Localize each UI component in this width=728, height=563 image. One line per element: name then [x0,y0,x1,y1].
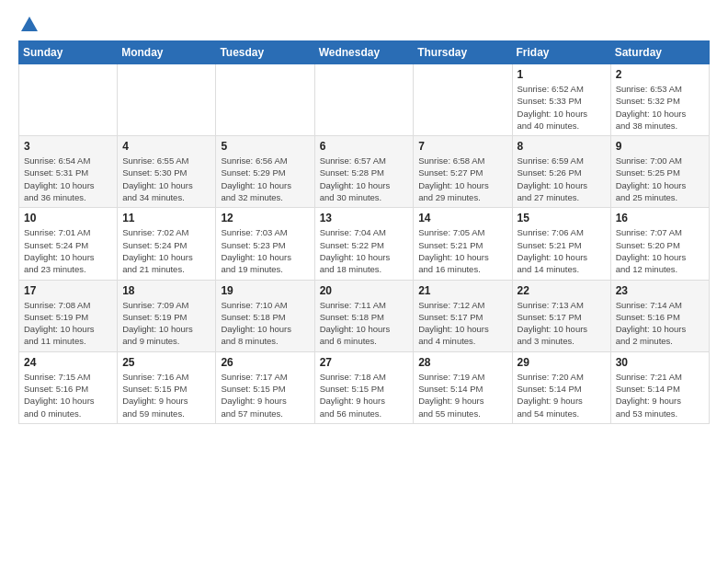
day-number: 29 [518,356,606,369]
calendar-cell: 12Sunrise: 7:03 AM Sunset: 5:23 PM Dayli… [216,208,314,280]
day-number: 19 [221,284,309,297]
calendar-cell: 17Sunrise: 7:08 AM Sunset: 5:19 PM Dayli… [19,280,118,351]
calendar-cell: 9Sunrise: 7:00 AM Sunset: 5:25 PM Daylig… [610,136,709,208]
week-row-5: 24Sunrise: 7:15 AM Sunset: 5:16 PM Dayli… [19,351,710,423]
day-number: 24 [24,356,112,369]
day-number: 16 [616,212,704,224]
day-number: 10 [24,212,112,224]
day-info: Sunrise: 6:57 AM Sunset: 5:28 PM Dayligh… [320,155,409,203]
day-number: 30 [616,356,704,369]
calendar-cell: 14Sunrise: 7:05 AM Sunset: 5:21 PM Dayli… [414,208,512,280]
day-number: 15 [518,212,606,224]
calendar-cell [19,64,118,136]
header [18,15,710,35]
day-info: Sunrise: 7:20 AM Sunset: 5:14 PM Dayligh… [518,371,606,419]
calendar-cell: 5Sunrise: 6:56 AM Sunset: 5:29 PM Daylig… [216,136,314,208]
calendar-cell: 8Sunrise: 6:59 AM Sunset: 5:26 PM Daylig… [512,136,610,208]
day-info: Sunrise: 7:16 AM Sunset: 5:15 PM Dayligh… [122,371,210,419]
day-info: Sunrise: 7:02 AM Sunset: 5:24 PM Dayligh… [122,226,210,275]
day-number: 2 [616,68,704,81]
day-info: Sunrise: 7:12 AM Sunset: 5:17 PM Dayligh… [418,299,506,348]
day-info: Sunrise: 7:08 AM Sunset: 5:19 PM Dayligh… [24,299,112,348]
day-info: Sunrise: 6:53 AM Sunset: 5:32 PM Dayligh… [616,83,704,132]
calendar-cell: 24Sunrise: 7:15 AM Sunset: 5:16 PM Dayli… [19,351,118,423]
logo-icon [19,15,40,35]
day-info: Sunrise: 6:56 AM Sunset: 5:29 PM Dayligh… [221,155,309,203]
weekday-header-friday: Friday [512,41,610,64]
day-info: Sunrise: 7:14 AM Sunset: 5:16 PM Dayligh… [616,299,704,348]
day-number: 13 [320,212,409,224]
day-number: 18 [122,284,210,297]
calendar-cell: 21Sunrise: 7:12 AM Sunset: 5:17 PM Dayli… [414,280,512,351]
day-number: 5 [221,140,309,153]
day-number: 3 [24,140,112,153]
calendar-cell: 22Sunrise: 7:13 AM Sunset: 5:17 PM Dayli… [512,280,610,351]
day-info: Sunrise: 7:03 AM Sunset: 5:23 PM Dayligh… [221,226,309,275]
weekday-header-saturday: Saturday [610,41,709,64]
day-info: Sunrise: 6:55 AM Sunset: 5:30 PM Dayligh… [122,155,210,203]
day-number: 7 [418,140,506,153]
day-number: 17 [24,284,112,297]
weekday-header-wednesday: Wednesday [314,41,414,64]
svg-marker-0 [21,17,38,31]
day-info: Sunrise: 7:17 AM Sunset: 5:15 PM Dayligh… [221,371,309,419]
calendar-cell: 2Sunrise: 6:53 AM Sunset: 5:32 PM Daylig… [610,64,709,136]
week-row-3: 10Sunrise: 7:01 AM Sunset: 5:24 PM Dayli… [19,208,710,280]
day-info: Sunrise: 6:54 AM Sunset: 5:31 PM Dayligh… [24,155,112,203]
logo [18,15,40,35]
weekday-header-sunday: Sunday [19,41,118,64]
day-number: 9 [616,140,704,153]
day-info: Sunrise: 6:52 AM Sunset: 5:33 PM Dayligh… [518,83,606,132]
calendar-cell: 27Sunrise: 7:18 AM Sunset: 5:15 PM Dayli… [314,351,414,423]
calendar-cell: 6Sunrise: 6:57 AM Sunset: 5:28 PM Daylig… [314,136,414,208]
day-number: 25 [122,356,210,369]
day-number: 23 [616,284,704,297]
calendar-cell: 10Sunrise: 7:01 AM Sunset: 5:24 PM Dayli… [19,208,118,280]
day-number: 26 [221,356,309,369]
calendar-cell: 30Sunrise: 7:21 AM Sunset: 5:14 PM Dayli… [610,351,709,423]
day-number: 22 [518,284,606,297]
calendar-cell: 25Sunrise: 7:16 AM Sunset: 5:15 PM Dayli… [118,351,216,423]
calendar-cell: 20Sunrise: 7:11 AM Sunset: 5:18 PM Dayli… [314,280,414,351]
day-number: 21 [418,284,506,297]
calendar-cell [216,64,314,136]
day-info: Sunrise: 7:01 AM Sunset: 5:24 PM Dayligh… [24,226,112,275]
day-number: 14 [418,212,506,224]
calendar-cell: 3Sunrise: 6:54 AM Sunset: 5:31 PM Daylig… [19,136,118,208]
day-info: Sunrise: 6:58 AM Sunset: 5:27 PM Dayligh… [418,155,506,203]
week-row-4: 17Sunrise: 7:08 AM Sunset: 5:19 PM Dayli… [19,280,710,351]
day-number: 1 [518,68,606,81]
day-info: Sunrise: 7:04 AM Sunset: 5:22 PM Dayligh… [320,226,409,275]
day-number: 11 [122,212,210,224]
day-info: Sunrise: 7:18 AM Sunset: 5:15 PM Dayligh… [320,371,409,419]
day-number: 12 [221,212,309,224]
calendar-cell: 29Sunrise: 7:20 AM Sunset: 5:14 PM Dayli… [512,351,610,423]
calendar: SundayMondayTuesdayWednesdayThursdayFrid… [18,40,710,424]
calendar-cell: 18Sunrise: 7:09 AM Sunset: 5:19 PM Dayli… [118,280,216,351]
calendar-cell [314,64,414,136]
day-info: Sunrise: 7:10 AM Sunset: 5:18 PM Dayligh… [221,299,309,348]
calendar-cell: 7Sunrise: 6:58 AM Sunset: 5:27 PM Daylig… [414,136,512,208]
day-info: Sunrise: 7:21 AM Sunset: 5:14 PM Dayligh… [616,371,704,419]
day-info: Sunrise: 6:59 AM Sunset: 5:26 PM Dayligh… [518,155,606,203]
weekday-header-thursday: Thursday [414,41,512,64]
calendar-cell: 23Sunrise: 7:14 AM Sunset: 5:16 PM Dayli… [610,280,709,351]
calendar-cell: 28Sunrise: 7:19 AM Sunset: 5:14 PM Dayli… [414,351,512,423]
day-number: 28 [418,356,506,369]
page: SundayMondayTuesdayWednesdayThursdayFrid… [0,0,728,433]
day-number: 4 [122,140,210,153]
day-info: Sunrise: 7:15 AM Sunset: 5:16 PM Dayligh… [24,371,112,419]
calendar-cell: 16Sunrise: 7:07 AM Sunset: 5:20 PM Dayli… [610,208,709,280]
day-number: 6 [320,140,409,153]
day-info: Sunrise: 7:09 AM Sunset: 5:19 PM Dayligh… [122,299,210,348]
day-number: 20 [320,284,409,297]
day-info: Sunrise: 7:00 AM Sunset: 5:25 PM Dayligh… [616,155,704,203]
day-info: Sunrise: 7:13 AM Sunset: 5:17 PM Dayligh… [518,299,606,348]
weekday-header-monday: Monday [118,41,216,64]
calendar-cell: 1Sunrise: 6:52 AM Sunset: 5:33 PM Daylig… [512,64,610,136]
weekday-header-row: SundayMondayTuesdayWednesdayThursdayFrid… [19,41,710,64]
calendar-cell: 26Sunrise: 7:17 AM Sunset: 5:15 PM Dayli… [216,351,314,423]
week-row-1: 1Sunrise: 6:52 AM Sunset: 5:33 PM Daylig… [19,64,710,136]
calendar-cell: 13Sunrise: 7:04 AM Sunset: 5:22 PM Dayli… [314,208,414,280]
day-number: 27 [320,356,409,369]
